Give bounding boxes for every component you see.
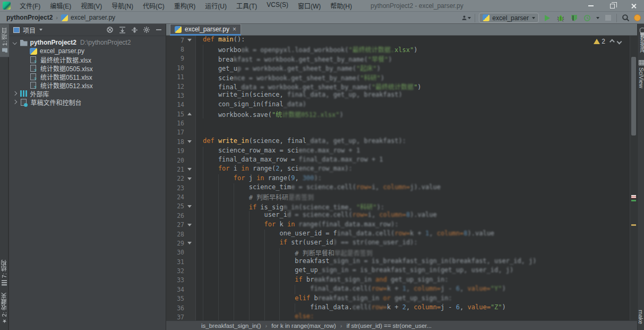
code-line[interactable]: con_sign_in(final_data) bbox=[203, 100, 630, 109]
code-line[interactable]: science_row_max = science.max_row + 1 bbox=[203, 147, 630, 156]
gutter-line[interactable]: 21 bbox=[166, 165, 195, 174]
hide-tool-window-button[interactable] bbox=[155, 26, 162, 33]
code-line[interactable]: if str(user_id) == str(one_user_id): bbox=[203, 239, 630, 248]
gutter-line[interactable]: 37 bbox=[166, 312, 195, 320]
menu-item-4[interactable]: 代码(C) bbox=[138, 0, 169, 11]
line-number[interactable]: 19 bbox=[166, 147, 184, 155]
code-line[interactable]: workbook = openpyxl.load_workbook("最终统计数… bbox=[203, 45, 630, 54]
tool-tab-structure[interactable]: 7: 结构 bbox=[0, 256, 9, 289]
gutter-line[interactable]: 29 bbox=[166, 239, 195, 248]
fold-open-icon[interactable] bbox=[187, 39, 192, 41]
breadcrumb-file[interactable]: excel_parser.py bbox=[71, 14, 115, 21]
run-button[interactable] bbox=[543, 13, 552, 23]
scrollbar-error-stripe[interactable] bbox=[630, 36, 637, 320]
previous-warning-button[interactable] bbox=[609, 39, 615, 44]
tree-item[interactable]: 草稿文件和控制台 bbox=[9, 98, 166, 106]
menu-item-9[interactable]: 窗口(W) bbox=[293, 0, 325, 11]
menu-item-7[interactable]: 工具(T) bbox=[231, 0, 262, 11]
gutter-line[interactable]: 34 bbox=[166, 285, 195, 294]
code-line[interactable]: user_id = science.cell(row=i, column=8).… bbox=[203, 211, 630, 220]
code-line[interactable]: # 判断早餐和早起是否签到 bbox=[203, 248, 630, 257]
fold-region[interactable] bbox=[184, 205, 195, 208]
menu-item-8[interactable]: VCS(S) bbox=[262, 0, 293, 11]
scrollbar-thumb[interactable] bbox=[631, 57, 636, 136]
editor-gutter[interactable]: 7891011121314151617181920212223242526272… bbox=[166, 36, 196, 320]
menu-item-10[interactable]: 帮助(H) bbox=[325, 0, 357, 11]
fold-end-icon[interactable] bbox=[187, 113, 192, 115]
collapse-all-button[interactable] bbox=[131, 26, 138, 33]
line-number[interactable]: 16 bbox=[166, 120, 184, 127]
line-number[interactable]: 26 bbox=[166, 212, 184, 219]
tree-item[interactable]: 统计数据0511.xlsx bbox=[9, 72, 166, 81]
code-breadcrumb-2[interactable]: if str(user_id) == str(one_user... bbox=[347, 323, 432, 329]
tree-item[interactable]: 统计数据0505.xlsx bbox=[9, 64, 166, 72]
fold-region[interactable] bbox=[184, 113, 195, 115]
gutter-line[interactable]: 25 bbox=[166, 202, 195, 211]
tree-item[interactable]: 统计数据0512.xlsx bbox=[9, 81, 166, 89]
expand-all-button[interactable] bbox=[118, 26, 126, 33]
gutter-line[interactable]: 33 bbox=[166, 276, 195, 285]
code-line[interactable]: get_up_sign_in = is_breakfast_sign_in(ge… bbox=[203, 266, 630, 275]
warning-stripe-mark[interactable] bbox=[631, 224, 636, 226]
gutter-line[interactable]: 18 bbox=[166, 137, 195, 146]
chevron-down-icon[interactable] bbox=[39, 29, 42, 31]
user-dropdown[interactable] bbox=[461, 13, 471, 23]
tool-tab-favorites[interactable]: ★ 2: 收藏夹 bbox=[0, 289, 9, 328]
chevron-down-icon[interactable] bbox=[596, 17, 599, 19]
code-breadcrumb-1[interactable]: for k in range(max_row) bbox=[271, 323, 336, 329]
gutter-line[interactable]: 13 bbox=[166, 91, 195, 100]
tree-item[interactable]: 最终统计数据.xlsx bbox=[9, 55, 166, 64]
minimize-button[interactable] bbox=[580, 0, 602, 12]
code-line[interactable]: # 判断早科研是否签到 bbox=[203, 192, 630, 201]
line-number[interactable]: 22 bbox=[166, 175, 184, 182]
code-line[interactable]: for k in range(final_data.max_row): bbox=[203, 221, 630, 230]
code-line[interactable]: elif breakfast_sign_in or get_up_sign_in… bbox=[203, 294, 630, 303]
line-number[interactable]: 32 bbox=[166, 267, 184, 275]
code-line[interactable]: for i in range(2, science_row_max): bbox=[203, 165, 630, 174]
gutter-line[interactable]: 36 bbox=[166, 303, 195, 312]
line-number[interactable]: 14 bbox=[166, 101, 184, 108]
code-line[interactable]: final_data_max_row = final_data.max_row … bbox=[203, 156, 630, 165]
profiler-button[interactable] bbox=[582, 13, 592, 23]
fold-open-icon[interactable] bbox=[187, 242, 192, 244]
code-line[interactable]: if is_sign_in(science_time, "科研"): bbox=[203, 202, 630, 211]
code-line[interactable]: breakfast = workbook.get_sheet_by_name("… bbox=[203, 54, 630, 63]
gutter-line[interactable]: 22 bbox=[166, 174, 195, 183]
tree-item[interactable]: pythonProject2D:\pythonProject2 bbox=[9, 38, 166, 47]
stop-button[interactable] bbox=[603, 13, 613, 23]
line-number[interactable]: 8 bbox=[166, 46, 184, 53]
fold-open-icon[interactable] bbox=[187, 177, 192, 180]
code-line[interactable]: if breakfast_sign_in and get_up_sign_in: bbox=[203, 276, 630, 285]
code-line[interactable]: for j in range(9, 300): bbox=[203, 174, 630, 183]
fold-open-icon[interactable] bbox=[187, 140, 192, 143]
gutter-line[interactable]: 17 bbox=[166, 128, 195, 137]
line-number[interactable]: 24 bbox=[166, 193, 184, 201]
close-button[interactable] bbox=[623, 0, 644, 12]
code-line[interactable]: get_up = workbook.get_sheet_by_name("起床"… bbox=[203, 63, 630, 72]
chevron-down-icon[interactable] bbox=[13, 40, 17, 45]
fold-region[interactable] bbox=[184, 39, 195, 41]
line-number[interactable]: 23 bbox=[166, 184, 184, 192]
code-line[interactable] bbox=[203, 119, 630, 128]
gutter-line[interactable]: 14 bbox=[166, 100, 195, 109]
line-number[interactable]: 20 bbox=[166, 157, 184, 164]
fold-region[interactable] bbox=[184, 168, 195, 171]
chevron-right-icon[interactable] bbox=[13, 100, 17, 104]
tree-item[interactable]: excel_parser.py bbox=[9, 47, 166, 55]
gutter-line[interactable]: 31 bbox=[166, 257, 195, 266]
gutter-line[interactable]: 19 bbox=[166, 147, 195, 156]
line-number[interactable]: 11 bbox=[166, 73, 184, 81]
gutter-line[interactable]: 8 bbox=[166, 45, 195, 54]
line-number[interactable]: 25 bbox=[166, 202, 184, 210]
code-line[interactable]: else: bbox=[203, 312, 630, 320]
gutter-line[interactable]: 28 bbox=[166, 230, 195, 239]
next-warning-button[interactable] bbox=[617, 39, 622, 44]
gutter-line[interactable]: 9 bbox=[166, 54, 195, 63]
line-number[interactable]: 13 bbox=[166, 92, 184, 99]
code-line[interactable]: one_user_id = final_data.cell(row=k + 1,… bbox=[203, 230, 630, 239]
line-number[interactable]: 10 bbox=[166, 64, 184, 72]
update-notification-icon[interactable] bbox=[634, 14, 641, 21]
line-number[interactable]: 36 bbox=[166, 304, 184, 312]
code-breadcrumb-0[interactable]: is_breakfast_sign_in() bbox=[201, 323, 261, 329]
menu-item-1[interactable]: 编辑(E) bbox=[45, 0, 76, 11]
